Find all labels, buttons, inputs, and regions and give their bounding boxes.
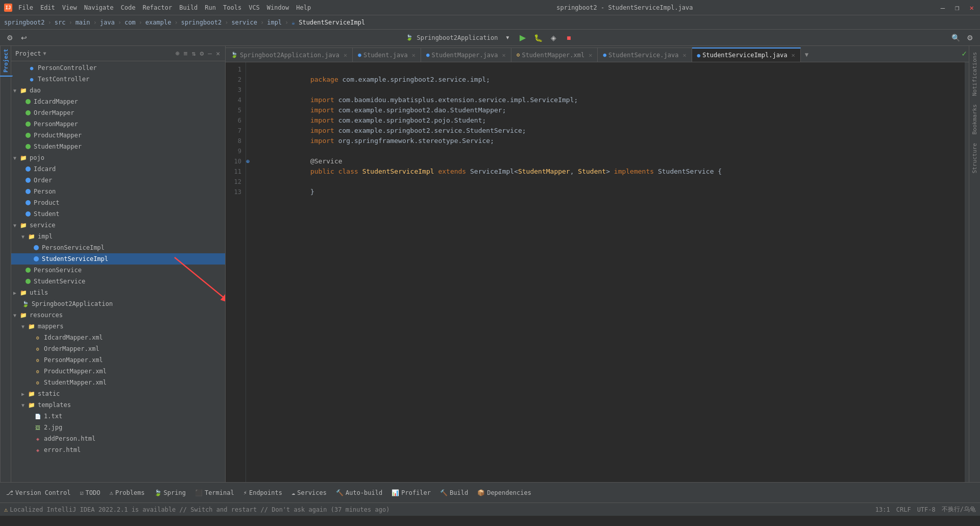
bookmarks-panel-button[interactable]: Bookmarks <box>970 100 979 139</box>
close-tab-Springboot2Application[interactable]: ✕ <box>344 52 347 59</box>
tree-item-OrderMapper.xml[interactable]: ⚙ OrderMapper.xml <box>11 343 225 354</box>
profiler-button[interactable]: 📊 Profiler <box>387 486 435 500</box>
tab-StudentMapper[interactable]: ● StudentMapper.java ✕ <box>421 47 511 62</box>
tree-item-PersonController[interactable]: ● PersonController <box>11 62 225 74</box>
breadcrumb-springboot2-2[interactable]: springboot2 <box>181 19 222 26</box>
build-button[interactable]: 🔨 Build <box>436 486 472 500</box>
close-tab-StudentMapper-xml[interactable]: ✕ <box>589 52 592 59</box>
maximize-button[interactable]: ❐ <box>953 4 961 12</box>
breadcrumb-src[interactable]: src <box>55 19 66 26</box>
gear-button[interactable]: ⚙ <box>199 49 205 58</box>
search-button[interactable]: 🔍 <box>950 32 962 43</box>
tree-item-IdcardMapper.xml[interactable]: ⚙ IdcardMapper.xml <box>11 332 225 343</box>
menu-refactor[interactable]: Refactor <box>142 4 172 11</box>
services-button[interactable]: ☁ Services <box>287 486 331 500</box>
dependencies-button[interactable]: 📦 Dependencies <box>473 486 535 500</box>
auto-build-button[interactable]: 🔨 Auto-build <box>332 486 386 500</box>
tree-item-resources[interactable]: ▼ 📁 resources <box>11 309 225 321</box>
menu-tools[interactable]: Tools <box>223 4 241 11</box>
tree-item-Student[interactable]: Student <box>11 208 225 220</box>
menu-help[interactable]: Help <box>296 4 311 11</box>
tab-Student[interactable]: ● Student.java ✕ <box>353 47 421 62</box>
project-settings-button[interactable]: ⚙ <box>4 32 15 43</box>
close-tab-StudentService[interactable]: ✕ <box>682 52 686 59</box>
menu-edit[interactable]: Edit <box>40 4 55 11</box>
coverage-button[interactable]: ◈ <box>548 32 559 43</box>
problems-button[interactable]: ⚠ Problems <box>106 486 149 500</box>
encoding[interactable]: UTF-8 <box>917 506 936 513</box>
tree-item-PersonMapper.xml[interactable]: ⚙ PersonMapper.xml <box>11 354 225 366</box>
menu-run[interactable]: Run <box>205 4 216 11</box>
tab-Springboot2Application[interactable]: 🍃 Springboot2Application.java ✕ <box>226 47 353 62</box>
close-panel-button[interactable]: ✕ <box>215 49 221 58</box>
menu-navigate[interactable]: Navigate <box>84 4 114 11</box>
tree-item-Product[interactable]: Product <box>11 197 225 208</box>
tree-item-StudentMapper[interactable]: StudentMapper <box>11 141 225 152</box>
stop-button[interactable]: ■ <box>563 32 574 43</box>
settings-button[interactable]: ⚙ <box>965 32 976 43</box>
tree-item-StudentService[interactable]: StudentService <box>11 276 225 287</box>
breadcrumb-service[interactable]: service <box>231 19 257 26</box>
tree-item-IdcardMapper[interactable]: IdcardMapper <box>11 96 225 107</box>
hide-panel-button[interactable]: — <box>207 49 213 58</box>
tab-StudentService[interactable]: ● StudentService.java ✕ <box>598 47 692 62</box>
tree-item-Springboot2Application[interactable]: 🍃 Springboot2Application <box>11 298 225 309</box>
debug-button[interactable]: 🐛 <box>532 32 544 43</box>
status-notification[interactable]: ⚠ Localized IntelliJ IDEA 2022.2.1 is av… <box>4 506 389 513</box>
tree-item-2.jpg[interactable]: 🖼 2.jpg <box>11 422 225 433</box>
tree-item-addPerson.html[interactable]: ◈ addPerson.html <box>11 433 225 444</box>
tree-item-TestController[interactable]: ● TestController <box>11 74 225 85</box>
close-tab-StudentServiceImpl[interactable]: ✕ <box>791 52 795 59</box>
terminal-button[interactable]: ⬛ Terminal <box>191 486 238 500</box>
cursor-position[interactable]: 13:1 <box>875 506 890 513</box>
close-button[interactable]: ✕ <box>968 4 976 12</box>
expand-button[interactable]: ⇅ <box>191 49 197 58</box>
tree-item-PersonService[interactable]: PersonService <box>11 265 225 276</box>
tree-item-error.html[interactable]: ◈ error.html <box>11 444 225 456</box>
tree-item-templates[interactable]: ▼ 📁 templates <box>11 399 225 411</box>
run-config-dropdown[interactable]: ▼ <box>502 32 513 43</box>
notifications-panel-button[interactable]: Notifications <box>970 48 979 100</box>
run-button[interactable]: ▶ <box>517 32 528 43</box>
tree-item-OrderMapper[interactable]: OrderMapper <box>11 107 225 118</box>
close-tab-Student[interactable]: ✕ <box>412 52 415 59</box>
breadcrumb-com[interactable]: com <box>125 19 136 26</box>
tree-item-ProductMapper.xml[interactable]: ⚙ ProductMapper.xml <box>11 366 225 377</box>
window-controls[interactable]: — ❐ ✕ <box>939 4 976 12</box>
todo-button[interactable]: ☑ TODO <box>76 486 104 500</box>
tree-item-service[interactable]: ▼ 📁 service <box>11 220 225 231</box>
tree-item-Person[interactable]: Person <box>11 186 225 197</box>
tree-item-ProductMapper[interactable]: ProductMapper <box>11 130 225 141</box>
tree-item-Order[interactable]: Order <box>11 175 225 186</box>
spring-button[interactable]: 🍃 Spring <box>150 486 190 500</box>
collapse-all-button[interactable]: ≡ <box>183 49 189 58</box>
menu-window[interactable]: Window <box>267 4 289 11</box>
line-ending[interactable]: CRLF <box>896 506 911 513</box>
breadcrumb-main[interactable]: main <box>76 19 90 26</box>
close-tab-StudentMapper[interactable]: ✕ <box>502 52 506 59</box>
breadcrumb-java[interactable]: java <box>100 19 115 26</box>
code-content[interactable]: package com.example.springboot2.service.… <box>256 62 965 482</box>
undo-button[interactable]: ↩ <box>18 32 30 43</box>
menu-view[interactable]: View <box>62 4 77 11</box>
breadcrumb-example[interactable]: example <box>145 19 172 26</box>
tree-item-Idcard[interactable]: Idcard <box>11 163 225 175</box>
menu-bar[interactable]: File Edit View Navigate Code Refactor Bu… <box>18 4 311 11</box>
tree-item-PersonServiceImpl[interactable]: PersonServiceImpl <box>11 242 225 253</box>
locate-button[interactable]: ⊕ <box>175 49 181 58</box>
endpoints-button[interactable]: ⚡ Endpoints <box>239 486 286 500</box>
tree-item-impl[interactable]: ▼ 📁 impl <box>11 231 225 242</box>
tab-StudentServiceImpl[interactable]: ● StudentServiceImpl.java ✕ <box>692 47 801 62</box>
extra-info[interactable]: 不换行/乌龟 <box>942 505 976 514</box>
tree-item-dao[interactable]: ▼ 📁 dao <box>11 85 225 96</box>
version-control-button[interactable]: ⎇ Version Control <box>2 486 75 500</box>
menu-file[interactable]: File <box>18 4 33 11</box>
tab-more-button[interactable]: ▼ <box>801 47 813 62</box>
structure-panel-button[interactable]: Structure <box>970 139 979 178</box>
editor-scrollbar[interactable] <box>965 62 969 482</box>
project-tool-button[interactable]: Project <box>0 46 13 77</box>
menu-code[interactable]: Code <box>121 4 136 11</box>
tree-item-mappers[interactable]: ▼ 📁 mappers <box>11 321 225 332</box>
menu-build[interactable]: Build <box>179 4 198 11</box>
tab-StudentMapper-xml[interactable]: ⚙ StudentMapper.xml ✕ <box>511 47 598 62</box>
